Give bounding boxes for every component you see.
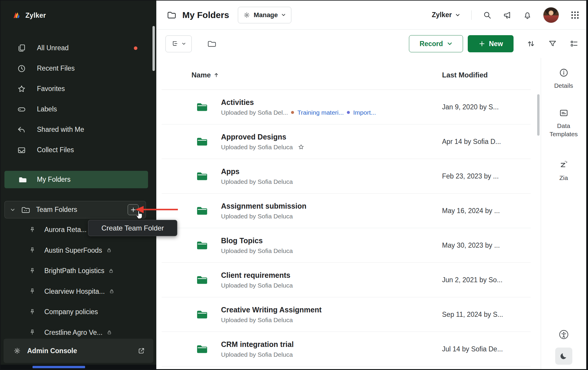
announcement-icon[interactable]: [503, 11, 512, 20]
sidebar-item-labels[interactable]: Labels: [1, 99, 156, 119]
share-arrow-icon: [17, 125, 26, 134]
gear-icon: [243, 12, 250, 18]
table-row[interactable]: Apps Uploaded by Sofia Deluca Feb 23, 20…: [162, 159, 531, 194]
table-row[interactable]: Assignment submission Uploaded by Sofia …: [162, 194, 531, 228]
create-team-folder-tooltip: Create Team Folder: [88, 220, 177, 236]
folder-icon: [196, 170, 209, 183]
right-side-panel: Details Data Templates Zia: [541, 58, 586, 369]
team-folders-label: Team Folders: [36, 206, 77, 214]
folder-name[interactable]: Creative Writing Assignment: [221, 306, 321, 314]
folder-name[interactable]: Assignment submission: [221, 202, 306, 210]
team-folder-label: BrightPath Logistics: [44, 267, 104, 275]
table-row[interactable]: Creative Writing Assignment Uploaded by …: [162, 297, 531, 332]
record-label: Record: [420, 40, 443, 48]
table-row[interactable]: Tools: [162, 366, 531, 369]
sidebar-item-label: Favorites: [37, 85, 65, 93]
folder-label-link[interactable]: Training materi...: [297, 109, 344, 116]
new-button[interactable]: New: [468, 35, 514, 52]
list-details-view-icon[interactable]: [570, 39, 579, 48]
toolbar: Record New: [156, 30, 586, 58]
collect-inbox-icon: [17, 146, 26, 155]
dark-mode-toggle[interactable]: [555, 348, 572, 365]
folder-name[interactable]: Tools: [221, 368, 240, 369]
sidebar-item-favorites[interactable]: Favorites: [1, 79, 156, 99]
team-folders-list: Aurora Reta... Austin SuperFoods BrightP…: [1, 220, 156, 343]
new-folder-icon[interactable]: [207, 39, 216, 48]
manage-button[interactable]: Manage: [238, 7, 291, 23]
accessibility-icon: [558, 329, 569, 340]
moon-icon: [559, 352, 568, 361]
user-avatar[interactable]: [543, 7, 559, 23]
lock-icon: [106, 330, 112, 335]
search-icon[interactable]: [483, 11, 492, 20]
taskbar-artifact-bar: [33, 366, 85, 368]
app-root: Zylker All Unread Recent Files: [0, 0, 588, 370]
notification-bell-icon[interactable]: [523, 11, 532, 20]
team-folder-label: Clearview Hospita...: [44, 288, 105, 296]
uploaded-by-text: Uploaded by Sofia Deluca: [221, 282, 293, 289]
team-folder-item[interactable]: Company policies: [1, 302, 156, 322]
chevron-down-icon[interactable]: [10, 207, 15, 212]
pin-icon: [29, 309, 36, 316]
zia-icon: [559, 160, 569, 170]
star-icon: [17, 85, 26, 93]
folder-name[interactable]: Client requirements: [221, 271, 293, 280]
table-row[interactable]: Client requirements Uploaded by Sofia De…: [162, 263, 531, 297]
favorite-star-icon[interactable]: [298, 144, 304, 150]
team-folder-item[interactable]: Austin SuperFoods: [1, 240, 156, 261]
pin-icon: [29, 288, 36, 295]
sidebar-item-recent-files[interactable]: Recent Files: [1, 58, 156, 79]
table-row[interactable]: CRM integration trial Uploaded by Sofia …: [162, 332, 531, 366]
sidebar-section-team-folders[interactable]: Team Folders: [4, 201, 146, 218]
label-icon: [17, 105, 26, 114]
folder-name[interactable]: CRM integration trial: [221, 340, 294, 349]
org-switcher[interactable]: Zylker: [432, 11, 460, 19]
table-scrollbar[interactable]: [537, 94, 540, 136]
zia-label: Zia: [559, 174, 568, 182]
table-header: Name Last Modified: [162, 58, 531, 90]
record-dropdown[interactable]: Record: [409, 35, 463, 52]
uploaded-by-text: Uploaded by Sofia Deluca: [221, 144, 293, 151]
folder-name[interactable]: Apps: [221, 167, 293, 176]
column-header-name[interactable]: Name: [191, 71, 219, 79]
folder-name[interactable]: Approved Designs: [221, 133, 304, 141]
table-row[interactable]: Activities Uploaded by Sofia Del... Trai…: [162, 90, 531, 124]
admin-console-button[interactable]: Admin Console: [4, 339, 153, 363]
create-team-folder-button[interactable]: [128, 204, 139, 215]
new-label: New: [489, 40, 503, 48]
panel-item-data-templates[interactable]: Data Templates: [541, 108, 586, 139]
uploaded-by-text: Uploaded by Sofia Deluca: [221, 351, 293, 358]
uploaded-by-text: Uploaded by Sofia Deluca: [221, 247, 293, 254]
sidebar-item-shared-with-me[interactable]: Shared with Me: [1, 119, 156, 140]
sidebar-item-all-unread[interactable]: All Unread: [1, 38, 156, 58]
last-modified-value: Jul 14 by Sofia De...: [442, 345, 503, 353]
folder-label-link[interactable]: Import...: [353, 109, 376, 116]
sidebar-item-my-folders[interactable]: My Folders: [4, 171, 148, 188]
sidebar-item-collect-files[interactable]: Collect Files: [1, 140, 156, 160]
apps-grid-icon[interactable]: [570, 10, 580, 20]
chevron-down-icon: [281, 13, 286, 17]
uploaded-by-text: Uploaded by Sofia Deluca: [221, 213, 293, 220]
table-row[interactable]: Blog Topics Uploaded by Sofia Deluca May…: [162, 228, 531, 263]
filter-icon[interactable]: [548, 39, 557, 48]
folder-icon: [18, 175, 27, 184]
folder-name[interactable]: Blog Topics: [221, 236, 293, 245]
label-dot: [347, 111, 350, 114]
accessibility-button[interactable]: [541, 329, 586, 340]
folder-icon: [196, 308, 209, 321]
folder-icon: [196, 239, 209, 252]
team-folder-item[interactable]: Clearview Hospita...: [1, 281, 156, 302]
brand: Zylker: [1, 1, 156, 20]
sort-icon[interactable]: [527, 39, 535, 48]
data-template-icon: [559, 108, 568, 118]
column-header-last-modified[interactable]: Last Modified: [442, 71, 488, 79]
view-options-dropdown[interactable]: [165, 35, 192, 52]
panel-item-details[interactable]: Details: [541, 68, 586, 90]
team-folder-item[interactable]: BrightPath Logistics: [1, 261, 156, 281]
sidebar-nav: All Unread Recent Files Favorites Labe: [1, 38, 156, 160]
table-row[interactable]: Approved Designs Uploaded by Sofia Deluc…: [162, 124, 531, 159]
chevron-down-icon: [455, 13, 460, 17]
panel-item-zia[interactable]: Zia: [541, 160, 586, 182]
folder-name[interactable]: Activities: [221, 98, 376, 107]
data-templates-label-line2: Templates: [550, 131, 578, 137]
